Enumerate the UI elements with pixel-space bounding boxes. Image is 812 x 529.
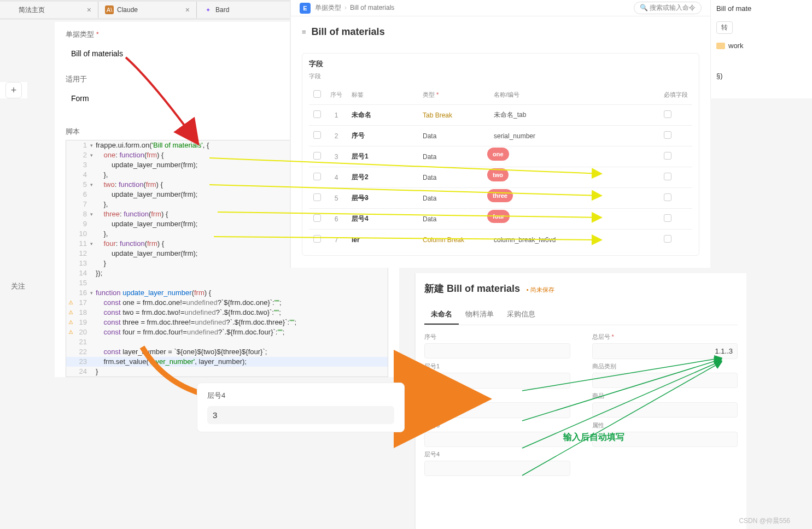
new-doc-title: 新建 Bill of materials [424,283,520,294]
col-name: 名称/编号 [489,85,659,105]
code-line[interactable]: 23 frm.set_value('layer_number', layer_n… [66,357,388,367]
code-line[interactable]: 24} [66,367,388,377]
aux-panel: Bill of mate 转 work §) [710,0,812,98]
folder-item[interactable]: work [711,38,812,53]
code-line[interactable]: ⚠19 const three = frm.doc.three!=undefin… [66,318,388,327]
row-checkbox[interactable] [313,152,321,160]
doctype-panel: E 单据类型›Bill of materials 🔍 搜索或输入命令 ≡ Bil… [290,0,710,268]
tab-favicon: ✦ [203,5,212,14]
menu-icon[interactable]: ≡ [302,28,306,36]
search-input[interactable]: 🔍 搜索或输入命令 [634,2,702,14]
code-line[interactable]: 15 [66,278,388,288]
form-field[interactable]: 总层号 *1.1..3 [592,333,738,359]
row-checkbox[interactable] [313,214,321,222]
col-idx: 序号 [325,85,347,105]
table-row[interactable]: 2 序号 Data serial_number [309,126,692,146]
tab-favicon: A\ [105,5,114,14]
form-tabs: 未命名 物料清单 采购信息 [424,305,738,325]
field-badge: four [487,210,510,223]
form-field[interactable]: 层号4 [424,450,570,476]
folder-icon [716,43,725,49]
form-field[interactable] [592,450,738,476]
code-line[interactable]: 14}); [66,268,388,278]
app-logo[interactable]: E [300,3,311,14]
layer4-card: 层号4 3 [197,383,405,432]
checkbox-all[interactable] [313,90,321,98]
form-field[interactable]: 层号11 [424,362,570,389]
form-field[interactable]: 商品类别 [592,362,738,389]
mand-checkbox[interactable] [664,131,671,139]
col-type: 类型 * [418,85,489,105]
tab-unnamed[interactable]: 未命名 [424,305,459,325]
code-line[interactable]: ⚠18 const two = frm.doc.two!=undefined?`… [66,308,388,318]
left-gutter: + [0,82,27,98]
code-line[interactable]: 16▾function update_layer_number(frm) { [66,288,388,298]
code-line[interactable]: ⚠17 const one = frm.doc.one!=undefined?`… [66,298,388,308]
add-button[interactable]: + [5,82,22,98]
fields-table: 序号 标签 类型 * 名称/编号 必填字段 1 未命名 Tab Break 未命… [309,85,692,250]
aux-button[interactable]: 转 [716,21,733,34]
tab-title: 简法主页 [19,5,87,15]
new-doc-panel: 新建 Bill of materials 尚未保存 未命名 物料清单 采购信息 … [414,273,746,529]
close-icon[interactable]: × [185,5,190,14]
table-row[interactable]: 3 层号1 Data one [309,146,692,167]
field-badge: two [487,168,509,181]
tab-favicon [7,5,15,14]
table-row[interactable]: 5 层号3 Data three [309,188,692,209]
layer4-label: 层号4 [207,391,394,401]
table-row[interactable]: 7 ier Column Break column_break_Iw6vd [309,230,692,250]
browser-tab-2[interactable]: A\Claude× [98,2,197,18]
row-checkbox[interactable] [313,173,321,180]
aux-title: Bill of mate [711,0,812,17]
fields-header: 字段 [309,59,692,69]
code-line[interactable]: 21 [66,337,388,347]
browser-tab-1[interactable]: 简法主页× [0,2,98,18]
col-label: 标签 [347,85,418,105]
mand-checkbox[interactable] [664,173,671,180]
tab-purchase[interactable]: 采购信息 [500,305,542,325]
row-checkbox[interactable] [313,110,321,118]
mand-checkbox[interactable] [664,193,671,201]
row-checkbox[interactable] [313,131,321,139]
tab-title: Claude [117,6,185,14]
unsaved-badge: 尚未保存 [527,286,554,293]
col-mand: 必填字段 [659,85,692,105]
breadcrumb[interactable]: 单据类型›Bill of materials [315,3,394,13]
row-checkbox[interactable] [313,193,321,201]
auto-fill-label: 输入后自动填写 [563,432,624,443]
layer4-value: 3 [207,406,394,424]
mand-checkbox[interactable] [664,152,671,160]
code-line[interactable]: ⚠20 const four = frm.doc.four!=undefined… [66,327,388,337]
field-badge: three [487,189,513,202]
mand-checkbox[interactable] [664,214,671,222]
follow-label[interactable]: 关注 [11,281,25,291]
fields-section: 字段 字段 序号 标签 类型 * 名称/编号 必填字段 1 未命名 Tab Br… [302,53,699,256]
table-row[interactable]: 6 层号4 Data four [309,209,692,230]
tab-title: Bard [215,6,288,14]
form-field[interactable]: 序号 [424,333,570,359]
field-badge: one [487,148,509,161]
tab-material[interactable]: 物料清单 [459,305,500,325]
fields-sub: 字段 [309,72,692,80]
page-title: Bill of materials [312,26,385,38]
browser-tab-3[interactable]: ✦Bard [197,2,295,18]
mand-checkbox[interactable] [664,110,671,118]
table-row[interactable]: 4 层号2 Data two [309,167,692,188]
form-field[interactable]: 商品 [592,392,738,418]
close-icon[interactable]: × [87,5,91,14]
aux-paren: §) [711,67,812,84]
row-checkbox[interactable] [313,235,321,243]
form-field[interactable]: 层号3 [424,421,570,447]
form-field[interactable]: 层号21 [424,392,570,418]
watermark: CSDN @仰晨556 [739,516,790,526]
mand-checkbox[interactable] [664,235,671,243]
code-line[interactable]: 22 const layer_number = `${one}${two}${t… [66,347,388,357]
table-row[interactable]: 1 未命名 Tab Break 未命名_tab [309,105,692,126]
